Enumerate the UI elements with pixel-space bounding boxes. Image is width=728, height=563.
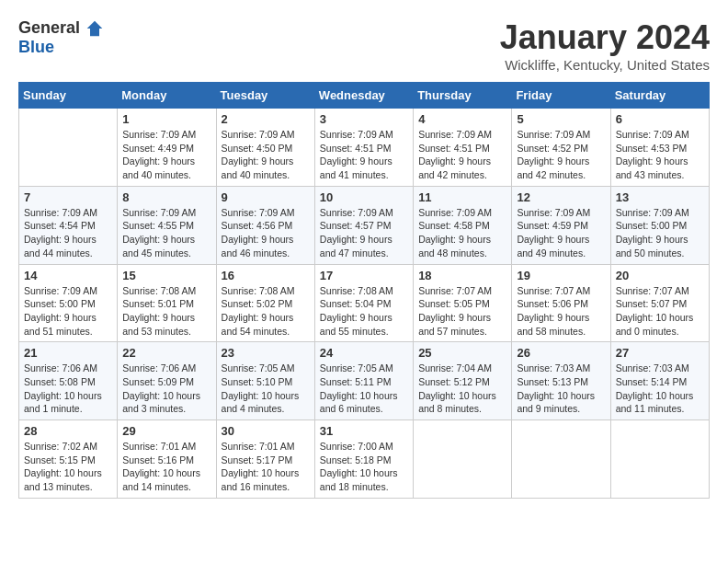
sunrise-text: Sunrise: 7:08 AM — [320, 284, 408, 298]
daylight-text: Daylight: 9 hours and 48 minutes. — [418, 233, 506, 259]
calendar-cell: 22Sunrise: 7:06 AMSunset: 5:09 PMDayligh… — [118, 342, 216, 420]
day-info: Sunrise: 7:08 AMSunset: 5:04 PMDaylight:… — [320, 284, 408, 339]
day-info: Sunrise: 7:07 AMSunset: 5:05 PMDaylight:… — [418, 284, 506, 339]
daylight-text: Daylight: 9 hours and 58 minutes. — [517, 311, 605, 338]
sunrise-text: Sunrise: 7:03 AM — [517, 362, 605, 375]
day-number: 19 — [517, 269, 605, 282]
sunrise-text: Sunrise: 7:09 AM — [418, 206, 506, 220]
logo: General Blue — [18, 18, 104, 57]
day-info: Sunrise: 7:04 AMSunset: 5:12 PMDaylight:… — [418, 362, 506, 416]
sunrise-text: Sunrise: 7:09 AM — [616, 128, 704, 142]
day-number: 24 — [320, 346, 408, 360]
sunset-text: Sunset: 5:02 PM — [222, 297, 310, 311]
daylight-text: Daylight: 10 hours and 1 minute. — [24, 389, 112, 416]
calendar-cell: 11Sunrise: 7:09 AMSunset: 4:58 PMDayligh… — [414, 186, 512, 264]
sunrise-text: Sunrise: 7:09 AM — [320, 206, 408, 220]
sunset-text: Sunset: 4:53 PM — [616, 142, 704, 155]
calendar-cell: 28Sunrise: 7:02 AMSunset: 5:15 PMDayligh… — [19, 420, 118, 499]
calendar-cell: 24Sunrise: 7:05 AMSunset: 5:11 PMDayligh… — [314, 342, 413, 420]
calendar-cell: 19Sunrise: 7:07 AMSunset: 5:06 PMDayligh… — [512, 264, 610, 342]
daylight-text: Daylight: 10 hours and 16 minutes. — [222, 466, 310, 493]
calendar-cell: 6Sunrise: 7:09 AMSunset: 4:53 PMDaylight… — [610, 109, 709, 187]
daylight-text: Daylight: 9 hours and 40 minutes. — [122, 155, 210, 181]
day-info: Sunrise: 7:06 AMSunset: 5:09 PMDaylight:… — [122, 362, 210, 416]
calendar-cell: 1Sunrise: 7:09 AMSunset: 4:49 PMDaylight… — [118, 109, 216, 187]
daylight-text: Daylight: 10 hours and 18 minutes. — [320, 466, 408, 493]
sunrise-text: Sunrise: 7:09 AM — [122, 128, 210, 142]
logo-icon — [85, 19, 104, 38]
sunrise-text: Sunrise: 7:07 AM — [616, 284, 704, 298]
day-number: 12 — [517, 190, 605, 204]
day-number: 8 — [122, 190, 210, 204]
day-number: 26 — [517, 346, 605, 360]
daylight-text: Daylight: 9 hours and 54 minutes. — [222, 311, 310, 338]
day-number: 31 — [320, 424, 408, 438]
week-row-4: 21Sunrise: 7:06 AMSunset: 5:08 PMDayligh… — [19, 342, 710, 420]
daylight-text: Daylight: 9 hours and 49 minutes. — [517, 233, 605, 259]
day-info: Sunrise: 7:09 AMSunset: 4:51 PMDaylight:… — [320, 128, 408, 182]
sunset-text: Sunset: 5:14 PM — [616, 375, 704, 389]
week-row-1: 1Sunrise: 7:09 AMSunset: 4:49 PMDaylight… — [19, 109, 710, 187]
day-info: Sunrise: 7:09 AMSunset: 4:59 PMDaylight:… — [517, 206, 605, 260]
daylight-text: Daylight: 10 hours and 3 minutes. — [122, 389, 210, 416]
sunrise-text: Sunrise: 7:04 AM — [418, 362, 506, 375]
day-info: Sunrise: 7:09 AMSunset: 4:54 PMDaylight:… — [24, 206, 112, 260]
sunset-text: Sunset: 5:10 PM — [222, 375, 310, 389]
sunset-text: Sunset: 5:17 PM — [222, 454, 310, 467]
day-info: Sunrise: 7:09 AMSunset: 5:00 PMDaylight:… — [616, 206, 704, 260]
sunrise-text: Sunrise: 7:09 AM — [517, 128, 605, 142]
sunset-text: Sunset: 5:00 PM — [24, 297, 112, 311]
daylight-text: Daylight: 10 hours and 14 minutes. — [122, 466, 210, 493]
calendar-cell: 14Sunrise: 7:09 AMSunset: 5:00 PMDayligh… — [19, 264, 118, 342]
page-header: General Blue January 2024 Wickliffe, Ken… — [18, 18, 710, 73]
sunrise-text: Sunrise: 7:03 AM — [616, 362, 704, 375]
week-row-3: 14Sunrise: 7:09 AMSunset: 5:00 PMDayligh… — [19, 264, 710, 342]
calendar-cell: 29Sunrise: 7:01 AMSunset: 5:16 PMDayligh… — [118, 420, 216, 499]
daylight-text: Daylight: 9 hours and 42 minutes. — [517, 155, 605, 181]
daylight-text: Daylight: 9 hours and 57 minutes. — [418, 311, 506, 338]
svg-marker-0 — [87, 20, 103, 36]
sunrise-text: Sunrise: 7:07 AM — [418, 284, 506, 298]
daylight-text: Daylight: 9 hours and 45 minutes. — [122, 233, 210, 259]
day-info: Sunrise: 7:05 AMSunset: 5:11 PMDaylight:… — [320, 362, 408, 416]
daylight-text: Daylight: 9 hours and 40 minutes. — [222, 155, 310, 181]
day-info: Sunrise: 7:02 AMSunset: 5:15 PMDaylight:… — [24, 440, 112, 494]
sunset-text: Sunset: 4:57 PM — [320, 219, 408, 233]
calendar-cell: 9Sunrise: 7:09 AMSunset: 4:56 PMDaylight… — [216, 186, 314, 264]
calendar-cell: 8Sunrise: 7:09 AMSunset: 4:55 PMDaylight… — [118, 186, 216, 264]
sunset-text: Sunset: 5:13 PM — [517, 375, 605, 389]
day-info: Sunrise: 7:08 AMSunset: 5:01 PMDaylight:… — [122, 284, 210, 339]
sunset-text: Sunset: 5:18 PM — [320, 454, 408, 467]
header-tuesday: Tuesday — [216, 83, 314, 109]
calendar-cell — [610, 420, 709, 499]
sunrise-text: Sunrise: 7:08 AM — [222, 284, 310, 298]
day-number: 14 — [24, 269, 112, 282]
logo-blue-text: Blue — [18, 38, 54, 57]
day-info: Sunrise: 7:09 AMSunset: 4:51 PMDaylight:… — [418, 128, 506, 182]
sunrise-text: Sunrise: 7:09 AM — [320, 128, 408, 142]
day-info: Sunrise: 7:08 AMSunset: 5:02 PMDaylight:… — [222, 284, 310, 339]
daylight-text: Daylight: 9 hours and 44 minutes. — [24, 233, 112, 259]
week-row-2: 7Sunrise: 7:09 AMSunset: 4:54 PMDaylight… — [19, 186, 710, 264]
calendar-cell: 25Sunrise: 7:04 AMSunset: 5:12 PMDayligh… — [414, 342, 512, 420]
day-info: Sunrise: 7:09 AMSunset: 5:00 PMDaylight:… — [24, 284, 112, 339]
day-info: Sunrise: 7:01 AMSunset: 5:16 PMDaylight:… — [122, 440, 210, 494]
header-saturday: Saturday — [610, 83, 709, 109]
sunrise-text: Sunrise: 7:09 AM — [517, 206, 605, 220]
calendar-cell: 15Sunrise: 7:08 AMSunset: 5:01 PMDayligh… — [118, 264, 216, 342]
sunrise-text: Sunrise: 7:06 AM — [24, 362, 112, 375]
sunrise-text: Sunrise: 7:09 AM — [222, 128, 310, 142]
daylight-text: Daylight: 9 hours and 43 minutes. — [616, 155, 704, 181]
calendar-cell — [19, 109, 118, 187]
sunset-text: Sunset: 5:12 PM — [418, 375, 506, 389]
day-number: 20 — [616, 269, 704, 282]
sunset-text: Sunset: 5:06 PM — [517, 297, 605, 311]
day-number: 4 — [418, 112, 506, 126]
day-number: 10 — [320, 190, 408, 204]
day-number: 28 — [24, 424, 112, 438]
header-sunday: Sunday — [19, 83, 118, 109]
day-number: 29 — [122, 424, 210, 438]
calendar-cell: 31Sunrise: 7:00 AMSunset: 5:18 PMDayligh… — [314, 420, 413, 499]
day-info: Sunrise: 7:09 AMSunset: 4:58 PMDaylight:… — [418, 206, 506, 260]
sunset-text: Sunset: 4:59 PM — [517, 219, 605, 233]
